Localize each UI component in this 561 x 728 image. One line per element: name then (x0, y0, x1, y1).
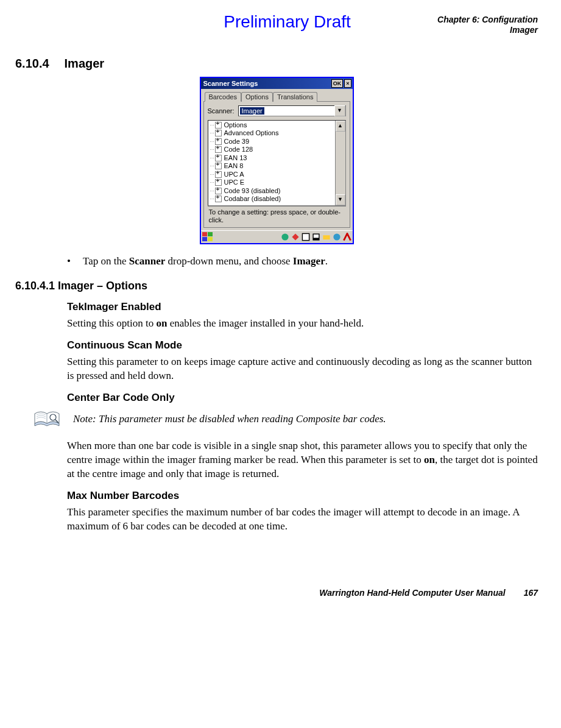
tree-item[interactable]: ⋯Advanced Options (208, 129, 345, 138)
heading-center-barcode: Center Bar Code Only (67, 392, 538, 404)
tree-item[interactable]: ⋯Code 128 (208, 146, 345, 154)
dialog-title: Scanner Settings (203, 80, 330, 87)
tray-icon[interactable] (302, 233, 310, 241)
note-text: Note: This parameter must be disabled wh… (73, 413, 386, 425)
subsection-title: Imager – Options (58, 280, 147, 292)
svg-rect-1 (208, 232, 213, 236)
svg-rect-0 (202, 232, 207, 236)
tree-item[interactable]: ⋯EAN 8 (208, 162, 345, 171)
dialog-titlebar: Scanner Settings OK × (201, 78, 353, 89)
continuous-scan-paragraph: Setting this parameter to on keeps image… (67, 355, 538, 383)
instruction-text: Tap on the Scanner drop-down menu, and c… (83, 255, 328, 267)
note-block: Note: This parameter must be disabled wh… (34, 410, 538, 428)
scroll-up-icon[interactable]: ▲ (336, 121, 345, 132)
tray-icon[interactable] (312, 233, 320, 241)
hint-text: To change a setting: press space, or dou… (208, 206, 346, 225)
tree-item[interactable]: ⋯Code 39 (208, 138, 345, 146)
section-heading: 6.10.4 Imager (15, 57, 538, 71)
start-icon[interactable] (202, 232, 213, 242)
svg-rect-2 (202, 237, 207, 241)
chapter-header: Chapter 6: Configuration Imager (437, 15, 538, 35)
scanner-label: Scanner: (208, 107, 235, 115)
tree-item[interactable]: ⋯Options (208, 121, 345, 130)
tray-icon[interactable] (322, 233, 331, 241)
tree-item[interactable]: ⋯Code 93 (disabled) (208, 187, 345, 196)
page-footer: Warrington Hand-Held Computer User Manua… (15, 588, 538, 598)
tab-options[interactable]: Options (241, 92, 273, 102)
center-barcode-paragraph: When more than one bar code is visible i… (67, 439, 538, 481)
subsection-heading: 6.10.4.1 Imager – Options (15, 280, 538, 292)
tab-strip: Barcodes Options Translations (203, 91, 350, 102)
chevron-down-icon[interactable]: ▼ (334, 105, 345, 116)
scanner-value: Imager (240, 107, 264, 115)
tab-translations[interactable]: Translations (273, 92, 318, 102)
ok-button[interactable]: OK (331, 79, 344, 88)
svg-rect-8 (323, 235, 330, 239)
tekimager-paragraph: Setting this option to on enables the im… (67, 317, 538, 331)
close-button[interactable]: × (344, 79, 351, 88)
tray-icon[interactable] (281, 233, 289, 241)
tree-item[interactable]: ⋯Codabar (disabled) (208, 195, 345, 203)
tray-icon[interactable] (343, 233, 351, 241)
tray-icon[interactable] (333, 233, 341, 241)
chapter-line1: Chapter 6: Configuration (437, 15, 538, 25)
scanner-settings-dialog: Scanner Settings OK × Barcodes Options T… (200, 77, 354, 244)
scrollbar[interactable]: ▲ ▼ (335, 121, 345, 205)
settings-tree[interactable]: ⋯Options ⋯Advanced Options ⋯Code 39 ⋯Cod… (208, 120, 346, 206)
instruction-bullet: • Tap on the Scanner drop-down menu, and… (67, 255, 538, 267)
scroll-down-icon[interactable]: ▼ (336, 194, 345, 205)
heading-tekimager: TekImager Enabled (67, 301, 538, 313)
svg-rect-7 (313, 235, 318, 238)
section-number: 6.10.4 (15, 57, 61, 71)
system-tray (281, 233, 351, 241)
tree-item[interactable]: ⋯UPC E (208, 178, 345, 187)
taskbar (201, 230, 353, 243)
heading-continuous-scan: Continuous Scan Mode (67, 339, 538, 352)
svg-point-9 (333, 233, 340, 240)
preliminary-draft-label: Preliminary Draft (137, 12, 437, 32)
tab-panel: Scanner: Imager ▼ ⋯Options ⋯Advanced Opt… (203, 102, 350, 228)
tree-item[interactable]: ⋯UPC A (208, 171, 345, 179)
tray-icon[interactable] (291, 233, 300, 241)
svg-rect-3 (208, 237, 213, 241)
max-barcodes-paragraph: This parameter specifies the maximum num… (67, 506, 538, 534)
footer-title: Warrington Hand-Held Computer User Manua… (319, 588, 505, 598)
subsection-number: 6.10.4.1 (15, 280, 55, 292)
page-number: 167 (524, 588, 538, 598)
scanner-dropdown[interactable]: Imager ▼ (238, 105, 346, 116)
svg-rect-5 (302, 233, 309, 240)
heading-max-barcodes: Max Number Barcodes (67, 490, 538, 502)
book-icon (34, 410, 61, 428)
svg-point-4 (281, 233, 288, 240)
bullet-icon: • (67, 255, 80, 267)
tree-item[interactable]: ⋯EAN 13 (208, 154, 345, 163)
tab-barcodes[interactable]: Barcodes (205, 92, 241, 102)
section-title: Imager (65, 57, 105, 70)
chapter-line2: Imager (437, 25, 538, 35)
